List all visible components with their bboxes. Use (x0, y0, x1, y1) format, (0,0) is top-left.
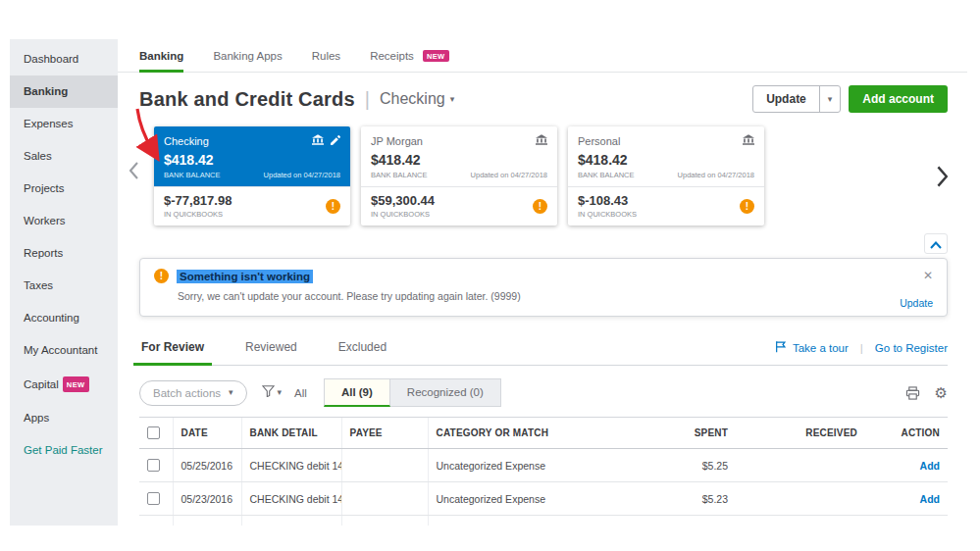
table-header-row: DATE BANK DETAIL PAYEE CATEGORY OR MATCH… (139, 418, 948, 449)
close-icon[interactable]: ✕ (923, 269, 933, 282)
account-error-alert: ! Something isn't working Sorry, we can'… (139, 258, 948, 317)
tab-label: Receipts (370, 50, 414, 62)
batch-actions-dropdown[interactable]: Batch actions ▾ (139, 380, 247, 406)
edit-pencil-icon[interactable] (331, 135, 340, 147)
column-header-action[interactable]: ACTION (865, 418, 948, 449)
in-quickbooks-label: IN QUICKBOOKS (164, 210, 232, 219)
filter-scope-label: All (294, 387, 307, 399)
tab-rules[interactable]: Rules (312, 39, 340, 72)
card-bottom: $-77,817.98 IN QUICKBOOKS ! (154, 186, 350, 225)
update-button[interactable]: Update (753, 86, 819, 112)
in-quickbooks-amount: $-108.43 (578, 193, 637, 208)
new-badge: NEW (423, 50, 449, 62)
card-top: Personal $418.42 BANK BALANCE Updated on… (568, 126, 764, 186)
caret-down-icon: ▾ (278, 388, 283, 397)
gear-glyph: ⚙ (935, 385, 948, 400)
page-header: Bank and Credit Cards | Checking ▾ Updat… (118, 73, 967, 121)
sidebar-item-get-paid-faster[interactable]: Get Paid Faster (10, 434, 118, 467)
column-header-date[interactable]: DATE (173, 418, 241, 449)
carousel-right-icon[interactable] (932, 162, 952, 194)
select-all-checkbox[interactable] (147, 426, 160, 439)
cell-bank-detail: CHECKING debit 146 (241, 449, 341, 482)
result-filter-tabs: All (9) Recognized (0) (324, 378, 501, 407)
cell-bank-detail: CHECKING debit 142 (241, 516, 341, 526)
filter-dropdown[interactable]: ▾ (262, 385, 283, 400)
sidebar-item-workers[interactable]: Workers (10, 205, 118, 237)
gear-icon[interactable]: ⚙ (935, 385, 948, 400)
warning-icon: ! (326, 199, 340, 214)
table-row[interactable]: 05/25/2016 CHECKING debit 146 Uncategori… (139, 449, 948, 482)
tab-recognized[interactable]: Recognized (0) (390, 378, 501, 407)
chevron-up-icon[interactable] (924, 233, 948, 254)
cell-category: Uncategorized Expense (428, 516, 620, 526)
card-bottom: $-108.43 IN QUICKBOOKS ! (568, 186, 764, 225)
account-card-checking[interactable]: Checking $418.42 BANK BALANCE Updated on… (154, 126, 350, 225)
carousel-left-icon[interactable] (126, 158, 143, 186)
sidebar-item-apps[interactable]: Apps (10, 402, 118, 434)
alert-collapse-row (118, 225, 967, 258)
table-row[interactable]: 05/23/2016 CHECKING debit 144 Uncategori… (139, 482, 948, 516)
tab-label: For Review (141, 340, 204, 354)
sidebar-item-my-accountant[interactable]: My Accountant (10, 334, 118, 367)
cell-date: 05/25/2016 (173, 449, 241, 482)
tab-receipts[interactable]: ReceiptsNEW (370, 39, 448, 72)
sidebar-item-label: Dashboard (24, 53, 78, 65)
account-name: JP Morgan (371, 135, 423, 147)
table-row[interactable]: 05/21/2016 CHECKING debit 142 Uncategori… (139, 516, 948, 526)
table-toolbar: Batch actions ▾ ▾ All All (9) Recognized… (139, 378, 948, 407)
sidebar-item-expenses[interactable]: Expenses (10, 108, 118, 140)
sidebar-item-label: Apps (24, 412, 49, 424)
cell-category: Uncategorized Expense (428, 482, 620, 516)
account-card-jp-morgan[interactable]: JP Morgan $418.42 BANK BALANCE Updated o… (361, 126, 557, 225)
tab-banking-apps[interactable]: Banking Apps (213, 39, 282, 72)
account-card-personal[interactable]: Personal $418.42 BANK BALANCE Updated on… (568, 126, 764, 225)
sidebar-item-sales[interactable]: Sales (10, 140, 118, 173)
update-split-button[interactable]: Update ▾ (752, 85, 841, 113)
card-top: Checking $418.42 BANK BALANCE Updated on… (154, 126, 350, 186)
updated-timestamp: Updated on 04/27/2018 (264, 171, 340, 179)
sidebar-item-capital[interactable]: CapitalNEW (10, 367, 118, 402)
sidebar-item-reports[interactable]: Reports (10, 237, 118, 270)
bank-icon (312, 134, 324, 147)
filter-funnel-icon (262, 385, 275, 400)
take-a-tour-link[interactable]: Take a tour (774, 340, 849, 355)
bank-balance-amount: $418.42 (578, 152, 754, 168)
tab-excluded[interactable]: Excluded (336, 332, 388, 365)
column-header-bank-detail[interactable]: BANK DETAIL (241, 418, 341, 449)
sidebar-item-accounting[interactable]: Accounting (10, 302, 118, 334)
row-checkbox[interactable] (147, 492, 160, 505)
account-selector-dropdown[interactable]: Checking ▾ (380, 90, 454, 108)
column-header-payee[interactable]: PAYEE (341, 418, 428, 449)
batch-actions-label: Batch actions (153, 387, 221, 399)
sidebar-item-label: Reports (24, 247, 63, 259)
cell-date: 05/23/2016 (173, 482, 241, 516)
print-icon[interactable] (905, 386, 920, 400)
tab-reviewed[interactable]: Reviewed (243, 332, 299, 365)
sidebar: Dashboard Banking Expenses Sales Project… (10, 39, 118, 526)
warning-icon: ! (533, 199, 547, 214)
sidebar-item-dashboard[interactable]: Dashboard (10, 43, 118, 75)
row-checkbox[interactable] (147, 459, 160, 472)
sidebar-item-projects[interactable]: Projects (10, 173, 118, 205)
go-to-register-link[interactable]: Go to Register (875, 342, 948, 354)
column-header-received[interactable]: RECEIVED (736, 418, 865, 449)
cell-payee (341, 482, 428, 516)
add-action-link[interactable]: Add (920, 493, 940, 505)
tab-for-review[interactable]: For Review (139, 332, 206, 365)
add-account-button[interactable]: Add account (849, 85, 948, 113)
bank-icon (536, 134, 547, 147)
column-header-category[interactable]: CATEGORY OR MATCH (428, 418, 620, 449)
column-header-spent[interactable]: SPENT (620, 418, 736, 449)
tab-all[interactable]: All (9) (324, 378, 390, 407)
alert-update-link[interactable]: Update (900, 297, 933, 309)
sidebar-item-banking[interactable]: Banking (10, 75, 118, 108)
top-tab-bar: Banking Banking Apps Rules ReceiptsNEW (118, 39, 967, 73)
sidebar-item-taxes[interactable]: Taxes (10, 270, 118, 302)
caret-down-icon: ▾ (450, 95, 455, 104)
page-title: Bank and Credit Cards (139, 88, 355, 111)
update-dropdown-toggle[interactable]: ▾ (819, 86, 841, 112)
sidebar-item-label: Workers (24, 215, 66, 226)
sidebar-item-label: Projects (24, 182, 65, 194)
tab-banking[interactable]: Banking (139, 39, 183, 72)
add-action-link[interactable]: Add (920, 460, 940, 472)
